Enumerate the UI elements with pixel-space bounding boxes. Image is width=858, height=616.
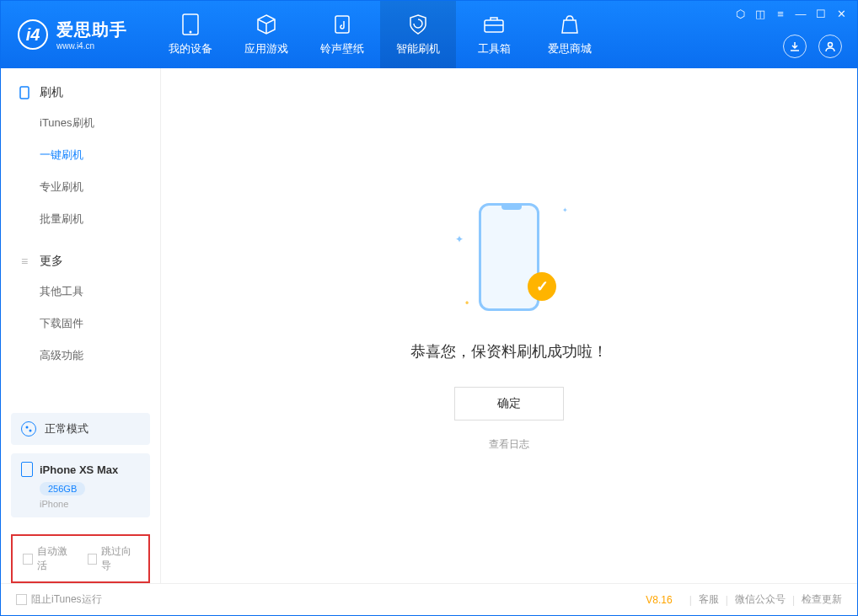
checkbox-icon (16, 594, 27, 605)
sidebar-section-more: ≡ 更多 其他工具 下载固件 高级功能 (1, 247, 160, 372)
menu-icon[interactable]: ≡ (775, 8, 786, 19)
window-controls: ⬡ ◫ ≡ ― ☐ ✕ (734, 8, 847, 19)
shield-icon (406, 13, 430, 36)
app-header: i4 爱思助手 www.i4.cn 我的设备 应用游戏 铃声壁纸 智能刷机 工具… (1, 1, 857, 68)
checkbox-block-itunes[interactable]: 阻止iTunes运行 (16, 592, 102, 607)
svg-rect-3 (485, 20, 503, 32)
download-button[interactable] (783, 35, 807, 58)
svg-rect-2 (335, 16, 349, 33)
bag-icon (558, 13, 582, 36)
mode-icon (21, 421, 36, 437)
mode-label: 正常模式 (45, 421, 88, 437)
view-log-link[interactable]: 查看日志 (489, 437, 529, 452)
checkbox-skip-guide[interactable]: 跳过向导 (88, 544, 139, 573)
app-title: 爱思助手 (56, 19, 127, 41)
sidebar-item-download-firmware[interactable]: 下载固件 (1, 308, 160, 340)
cube-small-icon[interactable]: ◫ (754, 8, 766, 19)
main-content: ✦ ✦ • ✓ 恭喜您，保资料刷机成功啦！ 确定 查看日志 (161, 68, 857, 583)
svg-point-6 (26, 426, 29, 429)
maximize-icon[interactable]: ☐ (815, 8, 827, 19)
device-name: iPhone XS Max (40, 463, 118, 476)
device-type: iPhone (40, 499, 140, 509)
svg-point-7 (29, 430, 32, 432)
footer-link-wechat[interactable]: 微信公众号 (735, 592, 786, 607)
sparkle-icon: • (465, 297, 469, 309)
logo-icon: i4 (18, 19, 48, 50)
device-card[interactable]: iPhone XS Max 256GB iPhone (11, 453, 150, 517)
device-phone-icon (21, 462, 33, 477)
check-badge-icon: ✓ (528, 272, 556, 301)
footer-link-update[interactable]: 检查更新 (802, 592, 842, 607)
toolbox-icon (482, 13, 506, 36)
nav-ringtones[interactable]: 铃声壁纸 (304, 1, 380, 68)
phone-small-icon (18, 86, 31, 99)
device-icon (179, 13, 202, 36)
footer-link-support[interactable]: 客服 (699, 592, 719, 607)
sparkle-icon: ✦ (562, 206, 568, 214)
sidebar-section-flash: 刷机 iTunes刷机 一键刷机 专业刷机 批量刷机 (1, 78, 160, 235)
sidebar-item-oneclick-flash[interactable]: 一键刷机 (1, 139, 160, 171)
sidebar: 刷机 iTunes刷机 一键刷机 专业刷机 批量刷机 ≡ 更多 其他工具 下载固… (1, 68, 161, 583)
version-label: V8.16 (646, 594, 672, 606)
footer: 阻止iTunes运行 V8.16 | 客服 | 微信公众号 | 检查更新 (1, 583, 857, 615)
checkbox-icon (88, 554, 98, 565)
minimize-icon[interactable]: ― (795, 8, 807, 19)
nav-apps-games[interactable]: 应用游戏 (228, 1, 304, 68)
nav-my-device[interactable]: 我的设备 (153, 1, 228, 68)
sparkle-icon: ✦ (455, 233, 464, 245)
cube-icon (255, 13, 278, 36)
mode-card[interactable]: 正常模式 (11, 413, 150, 445)
sidebar-item-itunes-flash[interactable]: iTunes刷机 (1, 107, 160, 139)
svg-rect-5 (20, 87, 29, 99)
user-button[interactable] (818, 35, 842, 58)
close-icon[interactable]: ✕ (835, 8, 847, 19)
note-icon (330, 13, 354, 36)
nav-store[interactable]: 爱思商城 (532, 1, 608, 68)
app-logo: i4 爱思助手 www.i4.cn (1, 19, 144, 51)
sidebar-item-batch-flash[interactable]: 批量刷机 (1, 203, 160, 235)
options-highlighted-box: 自动激活 跳过向导 (11, 534, 150, 583)
device-capacity: 256GB (40, 482, 85, 495)
sidebar-item-pro-flash[interactable]: 专业刷机 (1, 171, 160, 203)
success-illustration: ✦ ✦ • ✓ (450, 200, 568, 318)
nav-smart-flash[interactable]: 智能刷机 (380, 1, 456, 68)
svg-point-1 (190, 31, 192, 34)
svg-point-4 (829, 43, 833, 47)
checkbox-icon (23, 554, 33, 565)
header-right-buttons (783, 35, 842, 58)
sidebar-item-other-tools[interactable]: 其他工具 (1, 276, 160, 308)
list-icon: ≡ (18, 254, 31, 268)
nav-toolbox[interactable]: 工具箱 (456, 1, 532, 68)
confirm-button[interactable]: 确定 (454, 387, 564, 420)
success-title: 恭喜您，保资料刷机成功啦！ (410, 341, 608, 362)
app-subtitle: www.i4.cn (56, 41, 127, 51)
main-nav: 我的设备 应用游戏 铃声壁纸 智能刷机 工具箱 爱思商城 (153, 1, 608, 68)
sidebar-item-advanced[interactable]: 高级功能 (1, 340, 160, 372)
sidebar-header-flash[interactable]: 刷机 (1, 78, 160, 107)
checkbox-auto-activate[interactable]: 自动激活 (23, 544, 74, 573)
tshirt-icon[interactable]: ⬡ (734, 8, 746, 19)
sidebar-header-more[interactable]: ≡ 更多 (1, 247, 160, 276)
